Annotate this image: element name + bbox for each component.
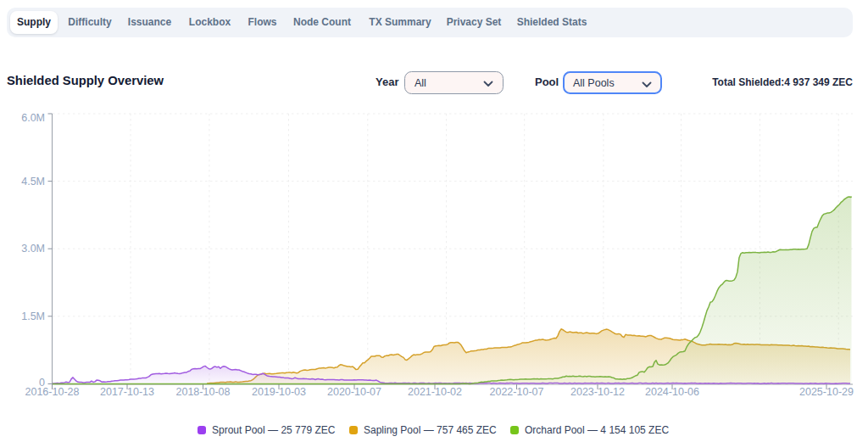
svg-text:3.0M: 3.0M (21, 243, 45, 255)
svg-text:6.0M: 6.0M (21, 112, 45, 124)
svg-text:2016-10-28: 2016-10-28 (25, 386, 80, 398)
svg-text:2022-10-07: 2022-10-07 (490, 386, 544, 398)
svg-text:4.5M: 4.5M (21, 176, 45, 187)
svg-text:2023-10-12: 2023-10-12 (570, 386, 625, 398)
svg-text:2025-10-29: 2025-10-29 (799, 386, 854, 398)
svg-text:2017-10-13: 2017-10-13 (100, 386, 154, 398)
svg-text:2021-10-02: 2021-10-02 (408, 386, 462, 398)
svg-text:2018-10-08: 2018-10-08 (176, 386, 231, 398)
svg-text:2024-10-06: 2024-10-06 (645, 386, 699, 398)
svg-text:2019-10-03: 2019-10-03 (252, 386, 306, 398)
svg-text:1.5M: 1.5M (21, 311, 45, 322)
svg-text:2020-10-07: 2020-10-07 (327, 386, 381, 398)
